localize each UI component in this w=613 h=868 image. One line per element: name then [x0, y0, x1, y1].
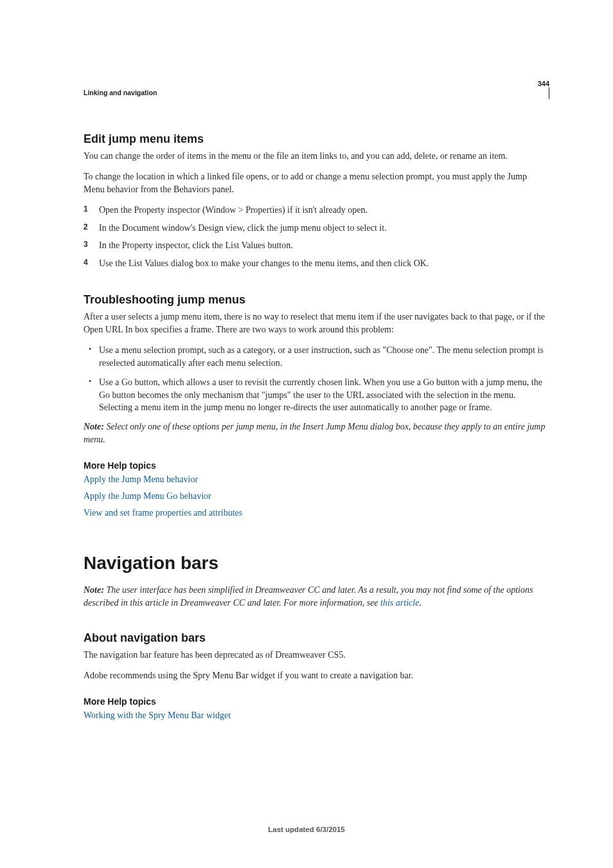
link-apply-jump-menu-go-behavior[interactable]: Apply the Jump Menu Go behavior [84, 491, 211, 501]
step-text: Open the Property inspector (Window > Pr… [99, 205, 368, 215]
step-number: 4 [84, 257, 88, 268]
link-apply-jump-menu-behavior[interactable]: Apply the Jump Menu behavior [84, 475, 198, 484]
list-item: 1Open the Property inspector (Window > P… [84, 204, 549, 217]
link-list: Working with the Spry Menu Bar widget [84, 710, 549, 721]
note-text: Note: The user interface has been simpli… [84, 584, 549, 610]
link-spry-menu-bar-widget[interactable]: Working with the Spry Menu Bar widget [84, 710, 231, 720]
body-text: The navigation bar feature has been depr… [84, 649, 549, 662]
note-body: Select only one of these options per jum… [84, 422, 545, 444]
more-help-topics-heading: More Help topics [84, 460, 549, 471]
body-text: After a user selects a jump menu item, t… [84, 311, 549, 336]
heading-navigation-bars: Navigation bars [84, 553, 549, 574]
list-item: 4Use the List Values dialog box to make … [84, 257, 549, 270]
heading-troubleshooting-jump-menus: Troubleshooting jump menus [84, 293, 549, 307]
list-item: Use a Go button, which allows a user to … [84, 376, 549, 415]
step-number: 1 [84, 204, 88, 215]
bulleted-list: Use a menu selection prompt, such as a c… [84, 344, 549, 414]
page-number: 344 [538, 80, 549, 87]
list-item: 3In the Property inspector, click the Li… [84, 239, 549, 252]
heading-about-navigation-bars: About navigation bars [84, 631, 549, 645]
note-body-before: The user interface has been simplified i… [84, 585, 533, 608]
link-this-article[interactable]: this article [380, 598, 419, 608]
list-item: Use a menu selection prompt, such as a c… [84, 344, 549, 370]
body-text: To change the location in which a linked… [84, 170, 549, 196]
note-text: Note: Select only one of these options p… [84, 420, 549, 446]
list-item: 2In the Document window's Design view, c… [84, 222, 549, 235]
more-help-topics-heading: More Help topics [84, 696, 549, 707]
step-text: In the Document window's Design view, cl… [99, 223, 387, 233]
link-list: Apply the Jump Menu behavior Apply the J… [84, 475, 549, 518]
note-body-after: . [419, 598, 422, 608]
step-text: Use the List Values dialog box to make y… [99, 258, 429, 268]
footer-last-updated: Last updated 6/3/2015 [0, 826, 613, 833]
document-page: 344 Linking and navigation Edit jump men… [0, 0, 613, 868]
link-view-set-frame-properties[interactable]: View and set frame properties and attrib… [84, 508, 242, 518]
heading-edit-jump-menu-items: Edit jump menu items [84, 132, 549, 146]
step-number: 2 [84, 222, 88, 233]
numbered-list: 1Open the Property inspector (Window > P… [84, 204, 549, 271]
step-text: In the Property inspector, click the Lis… [99, 240, 293, 250]
note-label: Note: [84, 422, 104, 431]
step-number: 3 [84, 239, 88, 250]
note-label: Note: [84, 585, 104, 595]
body-text: Adobe recommends using the Spry Menu Bar… [84, 669, 549, 682]
body-text: You can change the order of items in the… [84, 150, 549, 163]
header-divider [549, 87, 549, 99]
running-head: Linking and navigation [84, 89, 549, 96]
